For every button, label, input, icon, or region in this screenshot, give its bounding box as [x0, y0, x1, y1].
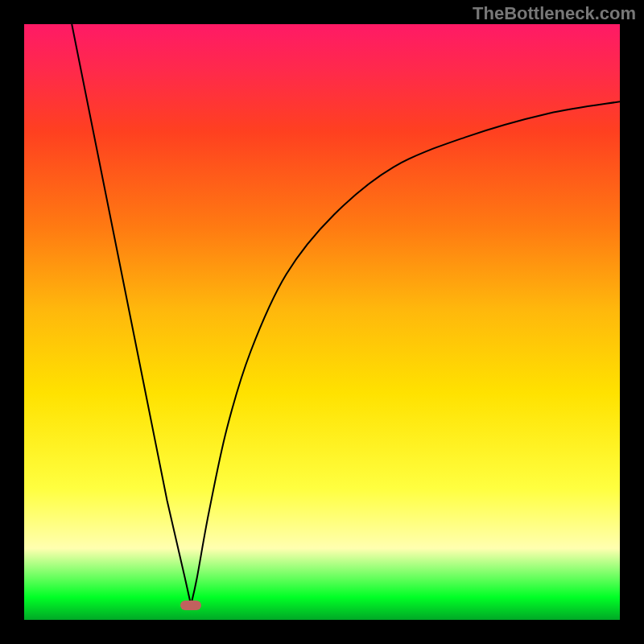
bottleneck-curve: [24, 24, 620, 620]
watermark-text: TheBottleneck.com: [473, 3, 636, 24]
curve-left-branch: [72, 24, 191, 605]
plot-area: [24, 24, 620, 620]
min-marker: [180, 601, 201, 610]
curve-right-branch: [191, 101, 620, 605]
canvas: TheBottleneck.com: [0, 0, 644, 644]
